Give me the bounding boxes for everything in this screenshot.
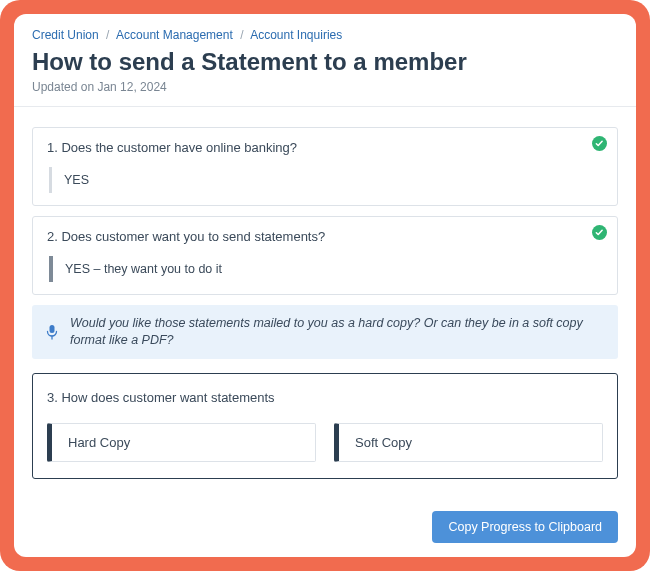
step-question: 1. Does the customer have online banking…	[47, 140, 603, 155]
script-prompt: Would you like those statements mailed t…	[32, 305, 618, 359]
check-icon	[592, 136, 607, 151]
copy-progress-button[interactable]: Copy Progress to Clipboard	[432, 511, 618, 543]
divider	[14, 106, 636, 107]
highlight-frame: Credit Union / Account Management / Acco…	[0, 0, 650, 571]
breadcrumb-link-3[interactable]: Account Inquiries	[250, 28, 342, 42]
updated-date: Updated on Jan 12, 2024	[32, 80, 618, 94]
step-question: 2. Does customer want you to send statem…	[47, 229, 603, 244]
svg-rect-2	[50, 325, 55, 333]
breadcrumb-link-1[interactable]: Credit Union	[32, 28, 99, 42]
breadcrumb-separator: /	[240, 28, 243, 42]
step-answer[interactable]: YES – they want you to do it	[49, 256, 603, 282]
page-title: How to send a Statement to a member	[32, 48, 618, 76]
breadcrumb-link-2[interactable]: Account Management	[116, 28, 233, 42]
option-soft-copy[interactable]: Soft Copy	[334, 423, 603, 462]
option-hard-copy[interactable]: Hard Copy	[47, 423, 316, 462]
breadcrumb-separator: /	[106, 28, 109, 42]
check-icon	[592, 225, 607, 240]
workflow-step-3: 3. How does customer want statements Har…	[32, 373, 618, 479]
article-panel: Credit Union / Account Management / Acco…	[14, 14, 636, 557]
breadcrumb: Credit Union / Account Management / Acco…	[32, 28, 618, 42]
script-prompt-text: Would you like those statements mailed t…	[70, 315, 606, 349]
answer-options: Hard Copy Soft Copy	[47, 423, 603, 462]
step-answer[interactable]: YES	[49, 167, 603, 193]
microphone-icon	[44, 324, 60, 340]
workflow-step-1: 1. Does the customer have online banking…	[32, 127, 618, 206]
step-question: 3. How does customer want statements	[47, 390, 603, 405]
workflow-step-2: 2. Does customer want you to send statem…	[32, 216, 618, 295]
